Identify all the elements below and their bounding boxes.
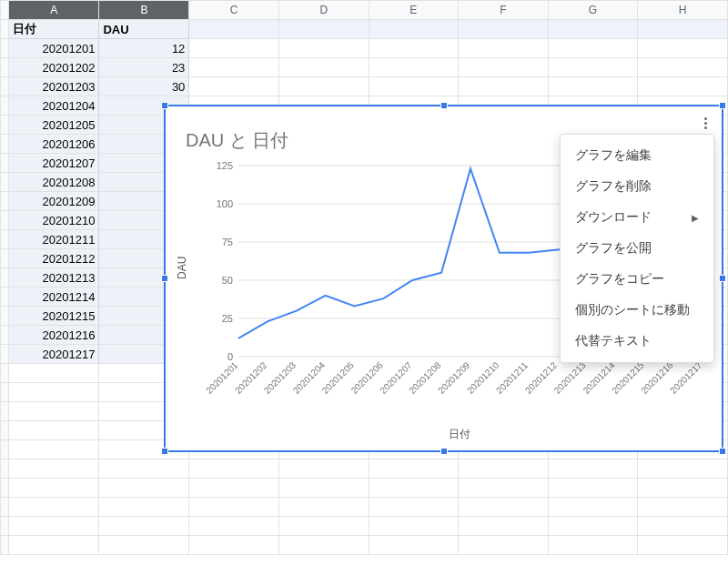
- row-gutter[interactable]: [1, 326, 9, 345]
- row-gutter[interactable]: [1, 402, 9, 421]
- empty-cell[interactable]: [189, 459, 279, 479]
- empty-cell[interactable]: [278, 536, 369, 555]
- empty-cell[interactable]: [369, 479, 459, 498]
- row-gutter[interactable]: [1, 498, 9, 517]
- cell-b[interactable]: [99, 479, 189, 498]
- empty-cell[interactable]: [278, 498, 369, 517]
- menu-item-2[interactable]: ダウンロード▶: [561, 202, 713, 233]
- cell-a[interactable]: 20201205: [9, 116, 99, 135]
- empty-cell[interactable]: [189, 479, 279, 498]
- empty-cell[interactable]: [278, 39, 369, 58]
- row-gutter[interactable]: [1, 230, 9, 249]
- empty-cell[interactable]: [459, 39, 549, 58]
- empty-cell[interactable]: [459, 58, 549, 77]
- resize-handle-n[interactable]: [440, 102, 448, 109]
- empty-cell[interactable]: [638, 536, 728, 555]
- empty-cell[interactable]: [278, 58, 369, 77]
- resize-handle-s[interactable]: [440, 448, 448, 455]
- cell-a[interactable]: 20201211: [9, 230, 99, 249]
- empty-cell[interactable]: [459, 479, 549, 498]
- row-gutter[interactable]: [1, 536, 9, 555]
- row-gutter[interactable]: [1, 268, 9, 288]
- col-header-h[interactable]: H: [638, 1, 728, 20]
- menu-item-5[interactable]: 個別のシートに移動: [561, 295, 713, 326]
- empty-cell[interactable]: [189, 517, 279, 536]
- col-header-g[interactable]: G: [548, 1, 638, 20]
- row-gutter[interactable]: [1, 39, 9, 58]
- cell-b[interactable]: 12: [99, 39, 189, 58]
- empty-cell[interactable]: [459, 459, 549, 479]
- row-gutter[interactable]: [1, 20, 9, 39]
- empty-cell[interactable]: [278, 459, 369, 479]
- cell-a[interactable]: 20201206: [9, 135, 99, 154]
- empty-cell[interactable]: [638, 20, 728, 39]
- empty-cell[interactable]: [548, 459, 638, 479]
- empty-cell[interactable]: [459, 536, 549, 555]
- empty-cell[interactable]: [369, 517, 459, 536]
- cell-a[interactable]: 20201212: [9, 249, 99, 268]
- menu-item-6[interactable]: 代替テキスト: [561, 326, 713, 357]
- empty-cell[interactable]: [189, 498, 279, 517]
- cell-a[interactable]: [9, 402, 99, 421]
- row-gutter[interactable]: [1, 345, 9, 364]
- cell-a[interactable]: 20201213: [9, 268, 99, 288]
- empty-cell[interactable]: [638, 58, 728, 77]
- empty-cell[interactable]: [548, 517, 638, 536]
- col-header-d[interactable]: D: [278, 1, 369, 20]
- row-gutter[interactable]: [1, 288, 9, 307]
- empty-cell[interactable]: [369, 459, 459, 479]
- cell-a[interactable]: 20201207: [9, 154, 99, 173]
- cell-b[interactable]: [99, 498, 189, 517]
- menu-item-4[interactable]: グラフをコピー: [561, 264, 713, 295]
- row-gutter[interactable]: [1, 77, 9, 96]
- row-gutter[interactable]: [1, 421, 9, 440]
- header-cell-b[interactable]: DAU: [99, 20, 189, 39]
- cell-a[interactable]: 20201208: [9, 173, 99, 192]
- cell-a[interactable]: 20201203: [9, 77, 99, 96]
- menu-item-3[interactable]: グラフを公開: [561, 233, 713, 264]
- cell-a[interactable]: 20201217: [9, 345, 99, 364]
- empty-cell[interactable]: [369, 536, 459, 555]
- empty-cell[interactable]: [459, 77, 549, 96]
- empty-cell[interactable]: [278, 479, 369, 498]
- resize-handle-se[interactable]: [719, 448, 726, 455]
- cell-a[interactable]: 20201201: [9, 39, 99, 58]
- row-gutter[interactable]: [1, 154, 9, 173]
- corner-cell[interactable]: [1, 1, 9, 20]
- menu-item-0[interactable]: グラフを編集: [561, 140, 713, 171]
- empty-cell[interactable]: [459, 20, 549, 39]
- row-gutter[interactable]: [1, 96, 9, 116]
- chart-object[interactable]: DAU と 日付 DAU 025507510012520201201202012…: [164, 105, 723, 452]
- cell-a[interactable]: [9, 383, 99, 402]
- cell-a[interactable]: 20201202: [9, 58, 99, 77]
- row-gutter[interactable]: [1, 58, 9, 77]
- cell-a[interactable]: 20201209: [9, 192, 99, 211]
- cell-a[interactable]: 20201210: [9, 211, 99, 230]
- row-gutter[interactable]: [1, 249, 9, 268]
- row-gutter[interactable]: [1, 192, 9, 211]
- row-gutter[interactable]: [1, 440, 9, 459]
- cell-b[interactable]: [99, 517, 189, 536]
- resize-handle-w[interactable]: [161, 275, 168, 282]
- empty-cell[interactable]: [638, 479, 728, 498]
- row-gutter[interactable]: [1, 173, 9, 192]
- empty-cell[interactable]: [638, 39, 728, 58]
- cell-b[interactable]: 30: [99, 77, 189, 96]
- row-gutter[interactable]: [1, 116, 9, 135]
- col-header-f[interactable]: F: [459, 1, 549, 20]
- empty-cell[interactable]: [548, 479, 638, 498]
- cell-a[interactable]: [9, 459, 99, 479]
- menu-item-1[interactable]: グラフを削除: [561, 171, 713, 202]
- empty-cell[interactable]: [369, 39, 459, 58]
- cell-b[interactable]: [99, 536, 189, 555]
- cell-a[interactable]: 20201216: [9, 326, 99, 345]
- empty-cell[interactable]: [548, 58, 638, 77]
- resize-handle-sw[interactable]: [161, 448, 168, 455]
- chart-menu-icon[interactable]: [696, 114, 714, 132]
- empty-cell[interactable]: [459, 517, 549, 536]
- row-gutter[interactable]: [1, 135, 9, 154]
- empty-cell[interactable]: [369, 58, 459, 77]
- empty-cell[interactable]: [189, 39, 279, 58]
- row-gutter[interactable]: [1, 307, 9, 326]
- cell-a[interactable]: [9, 440, 99, 459]
